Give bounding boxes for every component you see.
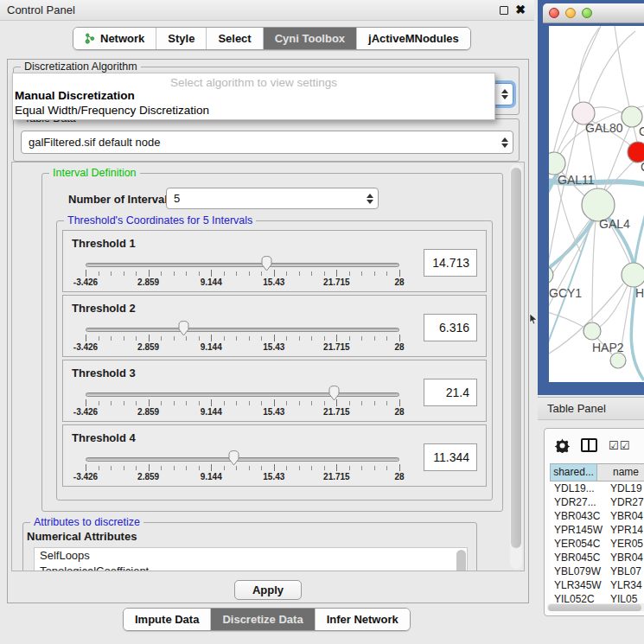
- tab-label: Discretize Data: [222, 613, 303, 626]
- column-header-name[interactable]: name: [597, 463, 644, 481]
- bottom-tabbar: Impute Data Discretize Data Infer Networ…: [0, 608, 534, 630]
- tab-label: Infer Network: [327, 613, 399, 626]
- list-item[interactable]: SelfLoops: [35, 548, 467, 564]
- split-view-icon[interactable]: [581, 438, 597, 452]
- edge: [634, 127, 637, 142]
- table-row[interactable]: YDL19...YDL19: [550, 481, 644, 495]
- node-label: C: [641, 160, 644, 174]
- maximize-traffic-light-icon[interactable]: [582, 8, 592, 18]
- table-row[interactable]: YLR345WYLR34: [550, 578, 644, 592]
- edge: [592, 221, 596, 322]
- slider-major-ticks: [86, 464, 399, 471]
- thresholds-group: Threshold's Coordinates for 5 Intervals …: [56, 220, 493, 501]
- threshold-2-value[interactable]: 6.316: [424, 314, 477, 341]
- node-hap2[interactable]: [583, 322, 601, 340]
- tab-cyni-toolbox[interactable]: Cyni Toolbox: [264, 28, 357, 49]
- table-row[interactable]: YBR045CYBR04: [550, 551, 644, 564]
- table-panel-header: Table Panel: [538, 397, 644, 420]
- tab-network[interactable]: Network: [73, 28, 156, 49]
- node-label: GA: [639, 124, 644, 138]
- network-window-titlebar[interactable]: [543, 3, 644, 23]
- threshold-4-panel: Threshold 4 -3.4262.8599.14415.4321.7152…: [62, 424, 487, 487]
- tab-select[interactable]: Select: [207, 28, 263, 49]
- threshold-4-slider[interactable]: -3.4262.8599.14415.4321.71528: [86, 453, 399, 484]
- apply-button[interactable]: Apply: [234, 580, 302, 600]
- edge: [634, 204, 644, 266]
- combo-value: galFiltered.sif default node: [22, 136, 497, 149]
- network-window[interactable]: GAL80 GA C GAL11 GAL4 GCY1 H HAP2: [538, 0, 644, 395]
- node-bottom[interactable]: [610, 353, 626, 368]
- scrollbar-thumb[interactable]: [511, 168, 521, 548]
- tab-impute-data[interactable]: Impute Data: [124, 609, 211, 630]
- table-horizontal-scrollbar[interactable]: [547, 603, 644, 611]
- threshold-2-panel: Threshold 2 -3.4262.8599.14415.4321.7152…: [62, 295, 487, 357]
- close-icon[interactable]: ✖: [515, 3, 526, 16]
- slider-tick-labels: -3.4262.8599.14415.4321.71528: [86, 472, 399, 482]
- minimize-traffic-light-icon[interactable]: [565, 8, 576, 18]
- slider-track[interactable]: [86, 392, 399, 397]
- tab-label: Select: [218, 32, 251, 45]
- column-checkboxes-icon[interactable]: ☑☑: [609, 439, 630, 452]
- dropdown-hint: Select algorithm to view settings: [13, 73, 494, 89]
- numerical-attributes-label: Numerical Attributes: [27, 530, 137, 543]
- node-h[interactable]: [622, 263, 644, 287]
- settings-vertical-scrollbar[interactable]: [510, 164, 522, 569]
- threshold-1-slider[interactable]: -3.4262.8599.14415.4321.71528: [86, 258, 399, 290]
- table-toolbar: ☑☑: [545, 429, 644, 455]
- network-icon: [85, 33, 95, 44]
- slider-major-ticks: [86, 335, 399, 341]
- gear-icon[interactable]: [555, 438, 570, 453]
- attributes-listbox[interactable]: SelfLoops TopologicalCoefficient Between…: [34, 547, 468, 571]
- threshold-3-value[interactable]: 21.4: [424, 379, 477, 406]
- group-title: Interval Definition: [49, 167, 140, 179]
- group-title: Discretization Algorithm: [21, 61, 141, 73]
- table-panel-region: Table Panel ☑☑ shared... name YDL19...YD…: [538, 395, 644, 644]
- scrollbar-thumb[interactable]: [548, 604, 641, 611]
- slider-tick-labels: -3.4262.8599.14415.4321.71528: [86, 342, 399, 353]
- tab-jactivemnodules[interactable]: jActiveMNodules: [357, 28, 470, 49]
- table-header-row: shared... name: [550, 463, 644, 481]
- threshold-1-panel: Threshold 1 -3.4262.8599.14415.4321.7152…: [62, 230, 487, 292]
- slider-major-ticks: [86, 399, 399, 406]
- edge: [578, 28, 599, 103]
- node-label: GAL80: [585, 121, 623, 135]
- dropdown-option-manual[interactable]: Manual Discretization: [13, 89, 494, 104]
- network-canvas[interactable]: GAL80 GA C GAL11 GAL4 GCY1 H HAP2: [549, 26, 644, 382]
- attributes-group: Attributes to discretize Numerical Attri…: [22, 522, 477, 571]
- table-data-combobox[interactable]: galFiltered.sif default node: [21, 131, 513, 154]
- tab-label: jActiveMNodules: [368, 32, 459, 45]
- slider-track[interactable]: [86, 328, 399, 332]
- tab-style[interactable]: Style: [156, 28, 207, 49]
- threshold-2-slider[interactable]: -3.4262.8599.14415.4321.71528: [86, 323, 399, 354]
- dropdown-option-equal-width[interactable]: Equal Width/Frequency Discretization: [13, 104, 494, 118]
- list-scrollbar[interactable]: [456, 550, 466, 571]
- list-item[interactable]: TopologicalCoefficient: [35, 564, 467, 571]
- table-row[interactable]: YPR145WYPR14: [550, 523, 644, 537]
- slider-tick-labels: -3.4262.8599.14415.4321.71528: [86, 277, 399, 288]
- node-label: GAL11: [558, 173, 595, 187]
- threshold-label: Threshold 3: [72, 367, 136, 379]
- slider-track[interactable]: [86, 457, 399, 462]
- node-label: H: [635, 286, 644, 300]
- table-row[interactable]: YBL079WYBL07: [550, 564, 644, 578]
- float-window-icon[interactable]: [500, 6, 508, 15]
- slider-track[interactable]: [86, 263, 399, 267]
- combo-value: 5: [167, 192, 362, 205]
- top-tabbar: Network Style Select Cyni Toolbox jActiv…: [0, 27, 534, 51]
- tab-infer-network[interactable]: Infer Network: [316, 609, 410, 630]
- table-row[interactable]: YER054CYER05: [550, 537, 644, 551]
- table-row[interactable]: YDR27...YDR27: [550, 495, 644, 509]
- node-gcy1[interactable]: [549, 266, 553, 284]
- mouse-cursor-icon: [529, 313, 538, 325]
- column-header-shared[interactable]: shared...: [550, 463, 597, 481]
- group-title: Attributes to discretize: [30, 516, 143, 528]
- threshold-3-slider[interactable]: -3.4262.8599.14415.4321.71528: [86, 388, 399, 419]
- threshold-1-value[interactable]: 14.713: [424, 249, 477, 277]
- table-row[interactable]: YBR043CYBR04: [550, 509, 644, 523]
- threshold-4-value[interactable]: 11.344: [424, 443, 477, 471]
- panel-title: Control Panel: [7, 3, 75, 16]
- tab-discretize-data[interactable]: Discretize Data: [211, 609, 315, 630]
- node-gal11[interactable]: [549, 152, 565, 175]
- close-traffic-light-icon[interactable]: [549, 8, 559, 18]
- number-of-intervals-combobox[interactable]: 5: [166, 188, 379, 209]
